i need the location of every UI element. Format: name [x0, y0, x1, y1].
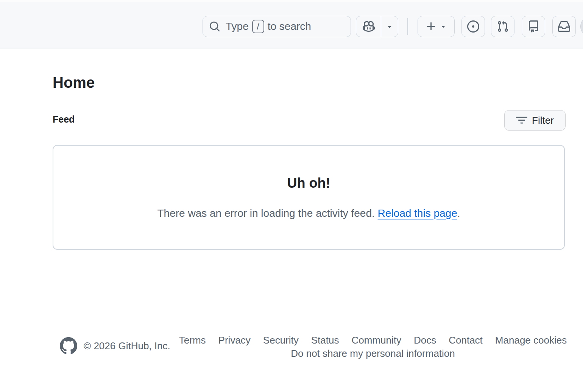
repositories-button[interactable]	[522, 16, 545, 37]
header-divider	[407, 18, 408, 35]
inbox-icon	[558, 20, 570, 33]
plus-icon	[426, 21, 437, 32]
global-header: Type / to search	[0, 2, 583, 48]
footer-link-status[interactable]: Status	[311, 334, 339, 346]
footer-link-docs[interactable]: Docs	[414, 334, 436, 346]
reload-page-link[interactable]: Reload this page	[378, 207, 457, 219]
footer-link-security[interactable]: Security	[263, 334, 299, 346]
copilot-button[interactable]	[356, 16, 398, 37]
footer-link-contact[interactable]: Contact	[449, 334, 483, 346]
do-not-share-link[interactable]: Do not share my personal information	[291, 348, 455, 359]
feed-error-card: Uh oh! There was an error in loading the…	[53, 145, 565, 250]
issues-button[interactable]	[461, 16, 485, 37]
footer-link-community[interactable]: Community	[352, 334, 401, 346]
footer-branding: © 2026 GitHub, Inc.	[60, 337, 170, 355]
footer-link-manage-cookies[interactable]: Manage cookies	[495, 334, 567, 346]
feed-heading: Feed	[53, 114, 75, 125]
footer-privacy-line: Do not share my personal information	[182, 348, 564, 359]
slash-keycap: /	[252, 20, 264, 33]
error-message: There was an error in loading the activi…	[157, 207, 460, 220]
footer-link-terms[interactable]: Terms	[179, 334, 206, 346]
github-mark-icon	[60, 337, 77, 355]
repo-icon	[527, 20, 539, 33]
github-home-page: Type / to search	[0, 0, 583, 392]
filter-lines-icon	[516, 115, 527, 126]
notifications-button[interactable]	[552, 16, 576, 37]
footer-links: TermsPrivacySecurityStatusCommunityDocsC…	[182, 334, 564, 346]
chevron-down-icon	[440, 23, 447, 30]
user-avatar[interactable]	[580, 16, 583, 37]
page-title: Home	[53, 73, 95, 92]
pull-requests-button[interactable]	[491, 16, 514, 37]
chevron-down-icon	[386, 23, 393, 30]
search-placeholder: Type / to search	[226, 20, 311, 33]
copilot-icon[interactable]	[356, 16, 381, 37]
issue-opened-icon	[467, 20, 479, 33]
git-pull-request-icon	[497, 20, 509, 33]
copyright-text: © 2026 GitHub, Inc.	[84, 340, 170, 352]
create-new-button[interactable]	[418, 16, 455, 37]
filter-button-label: Filter	[532, 115, 554, 126]
search-icon	[209, 21, 220, 32]
footer: © 2026 GitHub, Inc. TermsPrivacySecurity…	[0, 328, 583, 366]
search-input[interactable]: Type / to search	[203, 16, 351, 37]
error-title: Uh oh!	[287, 175, 330, 191]
filter-button[interactable]: Filter	[504, 110, 566, 131]
footer-link-privacy[interactable]: Privacy	[218, 334, 251, 346]
copilot-menu-caret[interactable]	[381, 16, 398, 37]
